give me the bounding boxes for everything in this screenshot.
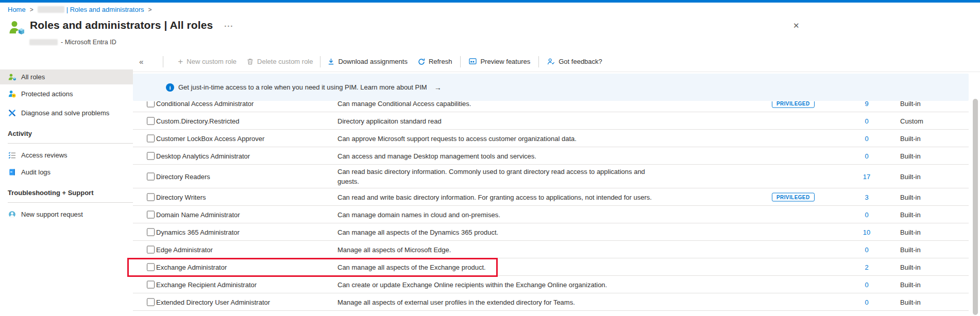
row-checkbox[interactable] — [147, 263, 155, 271]
assignments-count-link[interactable]: 10 — [856, 228, 877, 236]
role-name-cell: Desktop Analytics Administrator — [156, 152, 250, 160]
sidebar-item-protected-actions[interactable]: Protected actions — [0, 86, 133, 101]
assignments-count-link[interactable]: 9 — [856, 101, 877, 108]
refresh-icon — [418, 58, 425, 65]
table-row[interactable]: Directory ReadersCan read basic director… — [133, 165, 969, 188]
role-type-cell: Built-in — [900, 263, 921, 271]
role-name-cell: Exchange Recipient Administrator — [156, 280, 257, 288]
row-checkbox[interactable] — [147, 101, 155, 108]
sidebar-divider — [8, 202, 133, 203]
toolbar-item-label: New custom role — [187, 58, 236, 65]
row-checkbox[interactable] — [147, 280, 155, 288]
table-row[interactable]: Dynamics 365 AdministratorCan manage all… — [133, 223, 969, 241]
toolbar-separator — [163, 56, 163, 67]
table-row[interactable]: Exchange Recipient AdministratorCan crea… — [133, 276, 969, 293]
row-checkbox[interactable] — [147, 172, 155, 180]
table-row-inner: Domain Name AdministratorCan manage doma… — [133, 206, 969, 223]
table-row[interactable]: Desktop Analytics AdministratorCan acces… — [133, 147, 969, 165]
assignments-count-link[interactable]: 0 — [856, 134, 877, 142]
row-checkbox[interactable] — [147, 210, 155, 218]
role-description-cell: Can manage Conditional Access capabiliti… — [337, 101, 471, 108]
row-checkbox[interactable] — [147, 117, 155, 125]
role-type-cell: Built-in — [900, 228, 921, 236]
table-row-inner: Exchange AdministratorCan manage all asp… — [133, 258, 969, 275]
roles-table: Conditional Access AdministratorCan mana… — [133, 101, 969, 311]
assignments-count-link[interactable]: 17 — [856, 172, 877, 180]
role-description-cell: Can manage domain names in cloud and on-… — [337, 210, 500, 218]
banner-text: Get just-in-time access to a role when y… — [178, 83, 427, 91]
breadcrumb-roles-label: | Roles and administrators — [66, 6, 144, 13]
table-row[interactable]: Extended Directory User AdministratorMan… — [133, 293, 969, 311]
sidebar-collapse-button[interactable]: « — [137, 56, 145, 67]
sidebar-item-label: Audit logs — [21, 168, 50, 176]
roles-and-administrators-icon — [8, 20, 24, 36]
row-checkbox[interactable] — [147, 298, 155, 306]
assignments-count-link[interactable]: 0 — [856, 280, 877, 288]
sidebar-item-label: New support request — [21, 210, 83, 218]
role-type-cell: Built-in — [900, 101, 921, 108]
sidebar-item-diagnose[interactable]: Diagnose and solve problems — [0, 106, 133, 120]
assignments-count-link[interactable]: 0 — [856, 210, 877, 218]
table-row[interactable]: Domain Name AdministratorCan manage doma… — [133, 206, 969, 223]
sidebar-item-all-roles[interactable]: All roles — [0, 69, 133, 84]
assignments-count-link[interactable]: 0 — [856, 245, 877, 253]
vertical-scrollbar[interactable] — [973, 99, 978, 315]
toolbar-separator — [460, 56, 461, 67]
breadcrumb-roles-link[interactable]: | Roles and administrators — [38, 6, 144, 13]
protected-actions-icon — [8, 90, 16, 98]
table-row[interactable]: Conditional Access AdministratorCan mana… — [133, 101, 969, 112]
role-name-cell: Conditional Access Administrator — [156, 101, 254, 108]
refresh-button[interactable]: Refresh — [418, 58, 452, 65]
assignments-count-link[interactable]: 0 — [856, 117, 877, 125]
row-checkbox[interactable] — [147, 245, 155, 253]
sidebar-item-label: Access reviews — [21, 151, 67, 159]
row-checkbox[interactable] — [147, 152, 155, 160]
toolbar-separator — [538, 56, 539, 67]
sidebar-item-audit-logs[interactable]: Audit logs — [0, 165, 133, 180]
delete-custom-role-button[interactable]: Delete custom role — [247, 58, 313, 65]
info-banner[interactable]: i Get just-in-time access to a role when… — [133, 74, 969, 101]
row-checkbox[interactable] — [147, 193, 155, 201]
toolbar-item-label: Delete custom role — [257, 58, 313, 65]
assignments-count-link[interactable]: 0 — [856, 298, 877, 306]
redacted-tenant-name — [38, 6, 64, 13]
assignments-count-link[interactable]: 0 — [856, 152, 877, 160]
role-type-cell: Built-in — [900, 172, 921, 180]
chevron-right-icon: > — [148, 6, 151, 13]
role-description-cell: Can manage all aspects of the Exchange p… — [337, 263, 486, 271]
toolbar-item-label: Preview features — [480, 58, 530, 65]
access-reviews-icon — [8, 151, 16, 160]
table-row-inner: Directory ReadersCan read basic director… — [133, 165, 969, 188]
more-options-icon[interactable]: ··· — [224, 22, 233, 30]
row-checkbox[interactable] — [147, 228, 155, 236]
table-row[interactable]: Customer LockBox Access ApproverCan appr… — [133, 130, 969, 147]
row-checkbox[interactable] — [147, 134, 155, 142]
preview-features-button[interactable]: Preview features — [469, 58, 530, 65]
role-type-cell: Built-in — [900, 280, 921, 288]
download-assignments-button[interactable]: Download assignments — [328, 58, 407, 65]
sidebar-item-new-support-request[interactable]: New support request — [0, 207, 133, 222]
table-row[interactable]: Custom.Directory.RestrictedDirectory app… — [133, 112, 969, 130]
preview-features-icon — [469, 58, 477, 65]
table-row[interactable]: Directory WritersCan read and write basi… — [133, 188, 969, 206]
new-custom-role-button[interactable]: + New custom role — [178, 58, 236, 65]
breadcrumb-home-link[interactable]: Home — [8, 6, 26, 13]
assignments-count-link[interactable]: 2 — [856, 263, 877, 271]
download-icon — [328, 58, 334, 65]
role-type-cell: Built-in — [900, 245, 921, 253]
support-icon — [8, 210, 16, 219]
role-description-cell: Can read basic directory information. Co… — [337, 167, 667, 186]
role-type-cell: Built-in — [900, 152, 921, 160]
table-row[interactable]: Exchange AdministratorCan manage all asp… — [133, 258, 969, 276]
diagnose-icon — [8, 109, 16, 117]
table-row[interactable]: Edge AdministratorManage all aspects of … — [133, 241, 969, 258]
close-icon[interactable]: ✕ — [792, 20, 801, 31]
role-name-cell: Edge Administrator — [156, 245, 213, 253]
assignments-count-link[interactable]: 3 — [856, 193, 877, 201]
sidebar-item-access-reviews[interactable]: Access reviews — [0, 148, 133, 163]
toolbar-item-label: Download assignments — [338, 58, 407, 65]
section-header-troubleshooting: Troubleshooting + Support — [0, 188, 133, 198]
got-feedback-button[interactable]: Got feedback? — [547, 58, 602, 65]
role-name-cell: Directory Writers — [156, 193, 206, 201]
role-name-cell: Custom.Directory.Restricted — [156, 117, 240, 125]
